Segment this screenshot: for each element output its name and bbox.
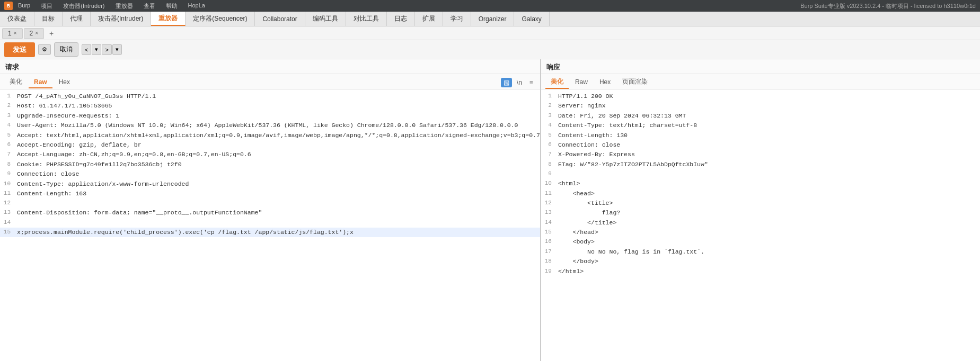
- request-tab-raw[interactable]: Raw: [29, 77, 52, 88]
- res-line-8: 8 ETag: W/"82-Y5p7zITZO2PT7L5AbDpQftcXbI…: [541, 160, 980, 169]
- nav-tabs: 仪表盘 目标 代理 攻击器(Intruder) 重放器 定序器(Sequence…: [0, 12, 980, 26]
- sub-tab-2-close[interactable]: ×: [35, 30, 38, 36]
- tab-repeater[interactable]: 重放器: [151, 12, 186, 26]
- nav-arrows: < ▾ > ▾: [82, 44, 122, 55]
- response-title: 响应: [541, 59, 980, 74]
- res-line-19: 19 </html>: [541, 267, 980, 276]
- request-panel: 请求 美化 Raw Hex ▧ \n ≡ 1 POST /4_pATh_y0u_…: [0, 59, 541, 361]
- tab-intruder[interactable]: 攻击器(Intruder): [91, 12, 151, 26]
- res-line-9: 9: [541, 169, 980, 179]
- res-line-14: 14 </title>: [541, 218, 980, 228]
- toolbar: 发送 ⚙ 取消 < ▾ > ▾: [0, 40, 980, 59]
- window-title: Burp Suite专业版 v2023.10.2.4 - 临时项目 - lice…: [800, 2, 976, 10]
- res-line-12: 12 <title>: [541, 198, 980, 208]
- send-button[interactable]: 发送: [4, 42, 35, 57]
- response-code-area[interactable]: 1 HTTP/1.1 200 OK 2 Server: nginx 3 Date…: [541, 89, 980, 361]
- sub-tab-1-label: 1: [8, 30, 12, 37]
- settings-button[interactable]: ⚙: [38, 44, 51, 55]
- menu-intruder[interactable]: 攻击器(Intruder): [61, 1, 107, 11]
- menu-icon[interactable]: ≡: [527, 78, 536, 87]
- res-line-10: 10 <html>: [541, 179, 980, 188]
- tab-dashboard[interactable]: 仪表盘: [0, 12, 34, 26]
- req-line-15: 15 x;process.mainModule.require('child_p…: [0, 228, 540, 237]
- res-line-5: 5 Content-Length: 130: [541, 131, 980, 140]
- sub-tab-2-label: 2: [30, 30, 33, 37]
- next-dropdown[interactable]: ▾: [112, 44, 122, 55]
- next-button[interactable]: >: [102, 44, 111, 55]
- tab-target[interactable]: 目标: [34, 12, 63, 26]
- res-line-13: 13 flag?: [541, 208, 980, 218]
- tab-proxy[interactable]: 代理: [63, 12, 91, 26]
- menu-hopla[interactable]: HopLa: [186, 1, 207, 11]
- request-code-area[interactable]: 1 POST /4_pATh_y0u_CaNNO7_Gu3ss HTTP/1.1…: [0, 89, 540, 361]
- menu-project[interactable]: 项目: [39, 1, 55, 11]
- main-content: 请求 美化 Raw Hex ▧ \n ≡ 1 POST /4_pATh_y0u_…: [0, 59, 980, 361]
- menu-items: Burp 项目 攻击器(Intruder) 重放器 查看 帮助 HopLa: [16, 1, 800, 11]
- app-icon: B: [4, 2, 13, 10]
- tab-collaborator[interactable]: Collaborator: [255, 12, 305, 26]
- cancel-button[interactable]: 取消: [54, 42, 78, 57]
- tab-comparer[interactable]: 对比工具: [346, 12, 387, 26]
- req-line-14: 14: [0, 218, 540, 228]
- res-line-1: 1 HTTP/1.1 200 OK: [541, 92, 980, 101]
- res-line-6: 6 Connection: close: [541, 140, 980, 150]
- tab-learn[interactable]: 学习: [443, 12, 471, 26]
- req-line-10: 10 Content-Type: application/x-www-form-…: [0, 179, 540, 189]
- request-format-tabs: 美化 Raw Hex ▧ \n ≡: [0, 74, 540, 89]
- req-line-11: 11 Content-Length: 163: [0, 189, 540, 198]
- res-line-3: 3 Date: Fri, 20 Sep 2024 06:32:13 GMT: [541, 111, 980, 121]
- response-tab-beautify[interactable]: 美化: [545, 76, 569, 89]
- newline-icon[interactable]: \n: [514, 78, 525, 87]
- tab-encoder[interactable]: 编码工具: [305, 12, 346, 26]
- tab-galaxy[interactable]: Galaxy: [514, 12, 549, 26]
- request-tab-icons: ▧ \n ≡: [501, 78, 536, 87]
- chat-icon[interactable]: ▧: [501, 78, 512, 87]
- response-tab-raw[interactable]: Raw: [570, 77, 593, 88]
- response-tab-hex[interactable]: Hex: [594, 77, 616, 88]
- title-bar: B Burp 项目 攻击器(Intruder) 重放器 查看 帮助 HopLa …: [0, 0, 980, 12]
- res-line-2: 2 Server: nginx: [541, 101, 980, 111]
- req-line-12: 12: [0, 198, 540, 208]
- res-line-11: 11 <head>: [541, 189, 980, 198]
- req-line-2: 2 Host: 61.147.171.105:53665: [0, 101, 540, 111]
- sub-tab-2[interactable]: 2 ×: [24, 28, 45, 39]
- tab-sequencer[interactable]: 定序器(Sequencer): [186, 12, 255, 26]
- req-line-3: 3 Upgrade-Insecure-Requests: 1: [0, 111, 540, 121]
- res-line-17: 17 No No No, flag is in `flag.txt`.: [541, 247, 980, 257]
- res-line-18: 18 </body>: [541, 257, 980, 266]
- tab-logger[interactable]: 日志: [387, 12, 415, 26]
- response-tab-render[interactable]: 页面渲染: [617, 76, 653, 89]
- sub-tab-1-close[interactable]: ×: [14, 30, 17, 36]
- req-line-7: 7 Accept-Language: zh-CN,zh;q=0.9,en;q=0…: [0, 150, 540, 159]
- response-format-tabs: 美化 Raw Hex 页面渲染: [541, 74, 980, 89]
- menu-repeater[interactable]: 重放器: [113, 1, 135, 11]
- req-line-13: 13 Content-Disposition: form-data; name=…: [0, 208, 540, 218]
- res-line-4: 4 Content-Type: text/html; charset=utf-8: [541, 121, 980, 130]
- res-line-16: 16 <body>: [541, 237, 980, 247]
- req-line-5: 5 Accept: text/html,application/xhtml+xm…: [0, 131, 540, 140]
- prev-dropdown[interactable]: ▾: [92, 44, 101, 55]
- req-line-9: 9 Connection: close: [0, 169, 540, 179]
- request-tab-hex[interactable]: Hex: [54, 77, 75, 88]
- prev-button[interactable]: <: [82, 44, 91, 55]
- res-line-7: 7 X-Powered-By: Express: [541, 150, 980, 159]
- tab-organizer[interactable]: Organizer: [471, 12, 515, 26]
- sub-tabs: 1 × 2 × +: [0, 26, 980, 40]
- req-line-4: 4 User-Agent: Mozilla/5.0 (Windows NT 10…: [0, 121, 540, 130]
- sub-tab-1[interactable]: 1 ×: [2, 28, 23, 39]
- req-line-8: 8 Cookie: PHPSESSID=g7o49fe1ll2q7bo3536c…: [0, 160, 540, 169]
- response-panel: 响应 美化 Raw Hex 页面渲染 1 HTTP/1.1 200 OK 2 S…: [541, 59, 980, 361]
- menu-burp[interactable]: Burp: [16, 1, 32, 11]
- req-line-6: 6 Accept-Encoding: gzip, deflate, br: [0, 140, 540, 150]
- req-line-1: 1 POST /4_pATh_y0u_CaNNO7_Gu3ss HTTP/1.1: [0, 92, 540, 101]
- menu-help[interactable]: 帮助: [164, 1, 180, 11]
- request-title: 请求: [0, 59, 540, 74]
- res-line-15: 15 </head>: [541, 228, 980, 237]
- request-tab-beautify[interactable]: 美化: [4, 76, 28, 89]
- tab-extensions[interactable]: 扩展: [415, 12, 443, 26]
- add-tab-button[interactable]: +: [45, 28, 58, 39]
- menu-view[interactable]: 查看: [142, 1, 157, 11]
